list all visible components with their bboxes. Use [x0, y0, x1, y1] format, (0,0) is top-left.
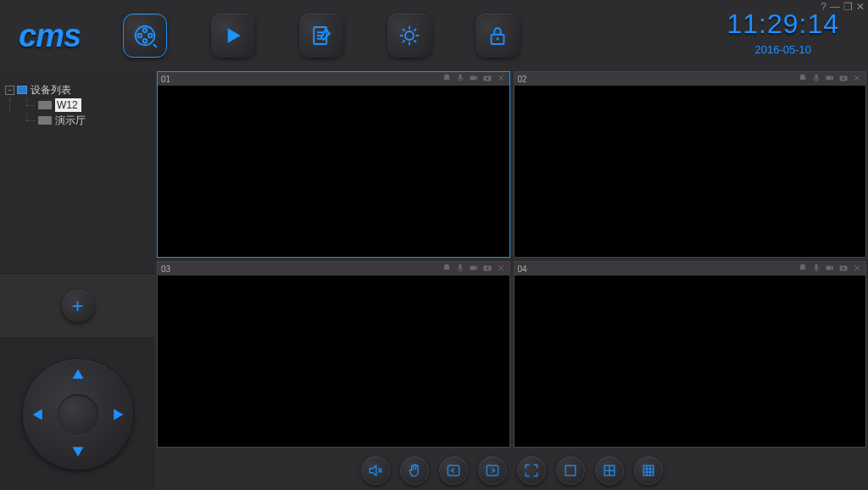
grid4-icon	[601, 462, 618, 479]
pane-record-icon[interactable]	[825, 73, 835, 85]
ptz-left[interactable]	[31, 408, 45, 425]
edit-document-icon	[309, 23, 334, 48]
pane-snapshot-icon[interactable]	[482, 73, 492, 85]
nav-lock[interactable]	[476, 14, 520, 58]
tree-item-w12[interactable]: W12	[5, 98, 150, 112]
svg-rect-25	[448, 465, 459, 476]
video-pane-03[interactable]: 03	[157, 261, 510, 448]
pane-number: 02	[518, 75, 527, 84]
svg-rect-9	[459, 75, 461, 80]
app-logo: cms	[19, 18, 81, 54]
pane-titlebar: 02	[515, 72, 866, 86]
ptz-up[interactable]	[71, 368, 85, 385]
drag-button[interactable]	[400, 456, 429, 485]
pane-number: 03	[161, 264, 170, 274]
pane-close-icon[interactable]	[496, 73, 506, 85]
prev-icon	[445, 462, 462, 479]
nav-preview[interactable]	[123, 14, 167, 58]
device-icon	[38, 101, 52, 109]
pane-titlebar: 01	[158, 72, 509, 86]
svg-point-1	[143, 29, 147, 33]
pane-alarm-icon[interactable]	[798, 73, 808, 85]
tree-item-demo[interactable]: 演示厅	[5, 114, 150, 127]
svg-rect-10	[470, 76, 475, 81]
svg-point-12	[486, 77, 488, 80]
device-icon	[38, 116, 52, 125]
play-icon	[220, 23, 246, 48]
pane-alarm-icon[interactable]	[442, 73, 452, 85]
clock-date: 2016-05-10	[726, 43, 839, 56]
svg-point-3	[148, 34, 153, 38]
svg-rect-14	[826, 76, 832, 81]
svg-rect-21	[815, 264, 818, 270]
pane-close-icon[interactable]	[852, 263, 862, 275]
svg-point-24	[843, 267, 845, 270]
svg-rect-13	[815, 75, 818, 80]
pane-close-icon[interactable]	[852, 73, 862, 85]
pane-number: 04	[518, 264, 527, 274]
grid1-icon	[562, 462, 579, 479]
next-icon	[484, 462, 501, 479]
hand-icon	[406, 462, 423, 479]
svg-rect-26	[487, 465, 498, 476]
folder-icon	[17, 86, 27, 94]
svg-point-2	[138, 34, 142, 38]
pane-snapshot-icon[interactable]	[838, 263, 849, 275]
pane-number: 01	[161, 75, 170, 84]
svg-point-6	[405, 31, 414, 40]
film-reel-icon	[132, 23, 158, 48]
pane-alarm-icon[interactable]	[798, 263, 808, 275]
svg-point-4	[143, 39, 147, 43]
video-pane-01[interactable]: 01	[157, 71, 510, 258]
svg-point-8	[497, 37, 499, 40]
pane-alarm-icon[interactable]	[442, 263, 452, 275]
svg-point-20	[486, 267, 488, 270]
pane-mic-icon[interactable]	[455, 263, 465, 275]
clock-time: 11:29:14	[726, 8, 839, 40]
pane-mic-icon[interactable]	[811, 73, 821, 85]
tree-item-label: 演示厅	[55, 114, 86, 127]
tree-root-label: 设备列表	[31, 83, 71, 97]
prev-page-button[interactable]	[439, 456, 468, 485]
ptz-center[interactable]	[58, 394, 98, 435]
collapse-icon[interactable]: −	[5, 86, 14, 95]
nav-log[interactable]	[299, 14, 343, 58]
layout-4-button[interactable]	[595, 456, 624, 485]
grid9-icon	[640, 462, 657, 479]
svg-rect-29	[643, 465, 654, 476]
ptz-right[interactable]	[111, 408, 125, 425]
pane-record-icon[interactable]	[469, 73, 479, 85]
pane-titlebar: 03	[158, 262, 509, 276]
video-pane-02[interactable]: 02	[514, 71, 867, 258]
fullscreen-icon	[523, 462, 540, 479]
nav-playback[interactable]	[211, 14, 255, 58]
tree-root[interactable]: − 设备列表	[5, 83, 150, 97]
svg-rect-17	[459, 264, 461, 270]
svg-rect-22	[826, 266, 832, 270]
device-tree[interactable]: − 设备列表 W12 演示厅	[0, 71, 155, 273]
pane-record-icon[interactable]	[825, 263, 835, 275]
pane-record-icon[interactable]	[469, 263, 479, 275]
tree-item-label: W12	[55, 98, 81, 112]
nav-settings[interactable]	[387, 14, 431, 58]
layout-more-button[interactable]	[634, 456, 663, 485]
ptz-dpad	[23, 359, 133, 470]
pane-snapshot-icon[interactable]	[482, 263, 492, 275]
pane-snapshot-icon[interactable]	[838, 73, 849, 85]
svg-rect-27	[565, 465, 576, 476]
video-pane-04[interactable]: 04	[514, 261, 867, 448]
mute-button[interactable]	[361, 456, 390, 485]
pane-mic-icon[interactable]	[455, 73, 465, 85]
gear-icon	[397, 23, 422, 48]
video-grid: 01 02 03 04	[155, 71, 868, 448]
next-page-button[interactable]	[478, 456, 507, 485]
fullscreen-button[interactable]	[517, 456, 546, 485]
svg-point-16	[843, 77, 845, 80]
pane-close-icon[interactable]	[496, 263, 506, 275]
ptz-down[interactable]	[71, 444, 85, 461]
lock-icon	[485, 23, 510, 48]
add-device-button[interactable]: +	[62, 290, 94, 322]
layout-1-button[interactable]	[556, 456, 585, 485]
pane-mic-icon[interactable]	[811, 263, 821, 275]
svg-rect-18	[470, 266, 475, 270]
